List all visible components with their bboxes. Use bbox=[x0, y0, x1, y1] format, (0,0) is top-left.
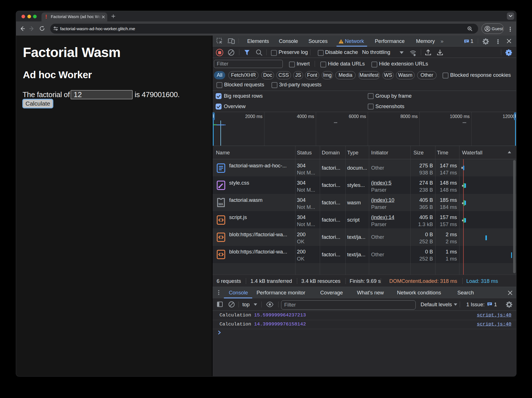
svg-text:WA: WA bbox=[218, 202, 223, 206]
